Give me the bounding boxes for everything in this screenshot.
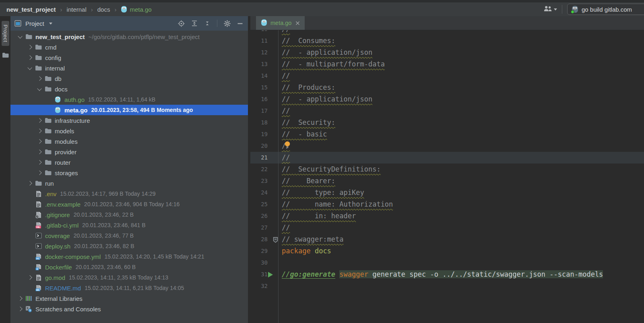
tree-row-deploy.sh[interactable]: deploy.sh20.01.2023, 23:46, 82 B xyxy=(10,241,248,251)
file-details: 15.02.2023, 14:11, 6,21 kB Today 14:05 xyxy=(85,285,184,291)
project-panel-header: Project xyxy=(10,16,248,31)
tree-row-Scratches-and-Consoles[interactable]: Scratches and Consoles xyxy=(10,304,248,314)
tree-chevron[interactable] xyxy=(35,140,44,143)
gutter-tail xyxy=(250,292,644,323)
tree-chevron[interactable] xyxy=(15,297,25,300)
run-configuration-selector[interactable]: go build gitlab.com xyxy=(567,4,644,15)
tree-chevron[interactable] xyxy=(35,129,44,133)
code-text: // Bearer: xyxy=(279,175,335,187)
line-number: 29 xyxy=(250,245,279,257)
chevron-right-icon xyxy=(27,55,32,60)
tree-chevron[interactable] xyxy=(25,46,35,49)
line-number: 19 xyxy=(250,128,279,140)
tab-meta-go[interactable]: meta.go xyxy=(256,16,305,30)
tree-item-label: storages xyxy=(55,170,78,176)
tree-row-cmd[interactable]: cmd xyxy=(10,42,248,52)
locate-icon[interactable] xyxy=(178,20,185,27)
tree-row-modules[interactable]: modules xyxy=(10,136,248,147)
tree-chevron[interactable] xyxy=(15,307,25,311)
tree-row-provider[interactable]: provider xyxy=(10,147,248,157)
code-line-16: 16// - application/json xyxy=(250,93,644,105)
breadcrumb-item-docs[interactable]: docs xyxy=(97,6,110,13)
chevron-right-icon xyxy=(37,128,41,133)
line-number: 30 xyxy=(250,257,279,269)
tree-row-run[interactable]: run xyxy=(10,178,248,188)
project-tool-window-button[interactable]: Project xyxy=(2,21,9,46)
line-number: 31 xyxy=(250,269,279,280)
fold-marker-icon[interactable] xyxy=(273,236,278,244)
tree-row-External-Libraries[interactable]: External Libraries xyxy=(10,293,248,304)
breadcrumb-item-new_test_project[interactable]: new_test_project xyxy=(6,6,56,13)
code-text: // xyxy=(279,70,290,82)
tree-chevron[interactable] xyxy=(15,36,25,38)
tree-row-config[interactable]: config xyxy=(10,52,248,63)
settings-icon[interactable] xyxy=(224,20,231,27)
tree-chevron[interactable] xyxy=(35,171,44,174)
markdown-file-icon: MD xyxy=(35,284,42,292)
tree-row-auth.go[interactable]: auth.go15.02.2023, 14:11, 1,64 kB xyxy=(10,94,248,105)
tree-row-docs[interactable]: docs xyxy=(10,84,248,94)
code-line-20: 20// xyxy=(250,140,644,152)
editor-tab-bar: meta.go xyxy=(250,16,644,30)
chevron-down-icon[interactable] xyxy=(49,23,52,25)
hide-icon[interactable] xyxy=(237,21,243,27)
expand-all-icon[interactable] xyxy=(191,20,198,27)
code-area[interactable]: 10//11// Consumes:12// - application/jso… xyxy=(250,30,644,323)
svg-text:D: D xyxy=(36,267,38,270)
tree-row-coverage[interactable]: coverage20.01.2023, 23:46, 77 B xyxy=(10,230,248,241)
tree-row-internal[interactable]: internal xyxy=(10,63,248,73)
tree-chevron[interactable] xyxy=(35,161,44,164)
go-file-icon xyxy=(54,96,62,104)
tree-chevron[interactable] xyxy=(25,182,35,185)
file-details: 20.01.2023, 23:46, 22 B xyxy=(74,211,134,218)
tree-row-router[interactable]: router xyxy=(10,157,248,168)
tree-row-models[interactable]: models xyxy=(10,126,248,136)
breadcrumb-item-internal[interactable]: internal xyxy=(67,6,87,13)
run-gutter-icon[interactable] xyxy=(268,272,273,277)
tree-row-.gitlab-ci.yml[interactable]: YML.gitlab-ci.yml20.01.2023, 23:46, 841 … xyxy=(10,220,248,230)
line-number: 18 xyxy=(250,117,279,128)
tree-row-Dockerfile[interactable]: DDockerfile20.01.2023, 23:46, 60 B xyxy=(10,262,248,272)
tree-row-meta.go[interactable]: meta.go20.01.2023, 23:58, 494 B Moments … xyxy=(10,105,248,115)
intention-bulb-icon[interactable] xyxy=(284,141,291,150)
tree-chevron[interactable] xyxy=(25,56,35,59)
external-libraries-icon xyxy=(25,295,33,302)
tree-row-infrastructure[interactable]: infrastructure xyxy=(10,115,248,126)
tree-row-storages[interactable]: storages xyxy=(10,168,248,178)
code-text: // xyxy=(279,152,290,164)
docker-compose-file-icon: DC xyxy=(35,253,42,261)
tree-chevron[interactable] xyxy=(25,276,35,279)
tree-row-.env[interactable]: .env15.02.2023, 14:17, 969 B Today 14:29 xyxy=(10,188,248,199)
tree-chevron[interactable] xyxy=(35,88,44,90)
code-text: // Security: xyxy=(279,117,335,128)
tree-chevron[interactable] xyxy=(25,67,35,69)
tree-chevron[interactable] xyxy=(35,119,44,122)
close-icon[interactable] xyxy=(295,21,300,25)
line-number: 22 xyxy=(250,164,279,175)
tree-row-README.md[interactable]: MDREADME.md15.02.2023, 14:11, 6,21 kB To… xyxy=(10,283,248,293)
panel-title[interactable]: Project xyxy=(25,20,44,27)
tree-row-docker-compose.yml[interactable]: DCdocker-compose.yml15.02.2023, 14:20, 1… xyxy=(10,251,248,262)
code-line-29: 29package docs xyxy=(250,245,644,257)
collapse-all-icon[interactable] xyxy=(204,20,211,27)
project-view-icon xyxy=(14,20,21,27)
tree-row-.env.example[interactable]: .env.example20.01.2023, 23:46, 904 B Tod… xyxy=(10,199,248,209)
tree-row-db[interactable]: db xyxy=(10,73,248,84)
tree-chevron[interactable] xyxy=(35,150,44,153)
user-widget[interactable] xyxy=(544,6,557,13)
chevron-down-icon xyxy=(18,34,22,38)
tree-chevron[interactable] xyxy=(35,77,44,80)
tree-row-new_test_project[interactable]: new_test_project~/go/src/gitlab.com/ptfl… xyxy=(10,31,248,42)
project-tree: new_test_project~/go/src/gitlab.com/ptfl… xyxy=(10,31,248,314)
breadcrumb-item-meta.go[interactable]: meta.go xyxy=(130,6,151,13)
tree-row-go.mod[interactable]: go.mod15.02.2023, 14:11, 2,35 kB Today 1… xyxy=(10,272,248,283)
code-line-22: 22// SecurityDefinitions: xyxy=(250,164,644,175)
code-text: // Consumes: xyxy=(279,35,335,47)
tree-item-label: docs xyxy=(55,86,68,93)
folder-icon[interactable] xyxy=(2,52,9,60)
tree-item-label: db xyxy=(55,75,62,82)
line-number: 32 xyxy=(250,280,279,292)
tree-row-.gitignore[interactable]: .gitignore20.01.2023, 23:46, 22 B xyxy=(10,209,248,220)
tree-item-label: External Libraries xyxy=(35,295,83,302)
file-details: 20.01.2023, 23:46, 60 B xyxy=(76,264,136,270)
